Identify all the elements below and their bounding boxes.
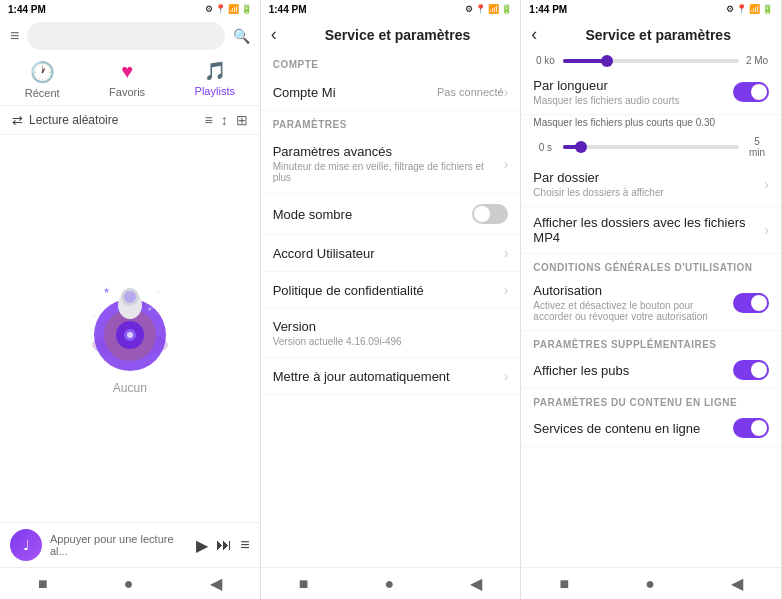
advanced-title: Paramètres avancés: [273, 144, 504, 159]
svg-point-5: [127, 332, 133, 338]
svg-text:+: +: [93, 313, 96, 319]
section-label-supp: PARAMÈTRES SUPPLÉMENTAIRES: [521, 331, 781, 352]
status-icons-p1: ⚙ 📍 📶 🔋: [205, 4, 252, 14]
slider2-thumb[interactable]: [575, 141, 587, 153]
svg-text:★: ★: [147, 306, 152, 312]
autorisation-title: Autorisation: [533, 283, 733, 298]
list-icon[interactable]: ≡: [205, 112, 213, 128]
slider1-right: 2 Mo: [745, 55, 769, 66]
advanced-arrow: ›: [504, 156, 509, 172]
section-label-compte: COMPTE: [261, 51, 521, 74]
panel-music-library: 1:44 PM ⚙ 📍 📶 🔋 ≡ 🔍 🕐 Récent ♥ Favoris 🎵…: [0, 0, 261, 599]
player-note-icon: ♩: [10, 529, 42, 561]
dossier-arrow: ›: [764, 176, 769, 192]
queue-button[interactable]: ≡: [240, 536, 249, 554]
autorisation-subtitle: Activez et désactivez le bouton pour acc…: [533, 300, 733, 322]
compte-mi-status: Pas connecté: [437, 86, 504, 98]
slider2-left: 0 s: [533, 142, 557, 153]
status-time-p3: 1:44 PM: [529, 4, 567, 15]
nav-stop-p3[interactable]: ■: [559, 575, 569, 593]
dossier-title: Par dossier: [533, 170, 764, 185]
darkmode-title: Mode sombre: [273, 207, 473, 222]
next-button[interactable]: ⏭: [216, 536, 232, 554]
filter-item-contenu[interactable]: Services de contenu en ligne: [521, 410, 781, 447]
tab-favorites[interactable]: ♥ Favoris: [109, 60, 145, 99]
slider1-track[interactable]: [563, 59, 739, 63]
nav-home-p1[interactable]: ●: [124, 575, 134, 593]
view-controls: ≡ ↕ ⊞: [205, 112, 248, 128]
nav-back-p2[interactable]: ◀: [470, 574, 482, 593]
svg-point-8: [124, 291, 136, 303]
contenu-title: Services de contenu en ligne: [533, 421, 733, 436]
privacy-arrow: ›: [504, 282, 509, 298]
status-time-p2: 1:44 PM: [269, 4, 307, 15]
back-button-p3[interactable]: ‹: [531, 24, 537, 45]
settings-scroll: COMPTE Compte Mi Pas connecté › PARAMÈTR…: [261, 51, 521, 567]
status-bar-p1: 1:44 PM ⚙ 📍 📶 🔋: [0, 0, 260, 18]
nav-back-p1[interactable]: ◀: [210, 574, 222, 593]
accord-arrow: ›: [504, 245, 509, 261]
search-bar[interactable]: [27, 22, 224, 50]
filter1-label: Masquer les fichiers plus courts que 0.3…: [521, 115, 781, 132]
advanced-subtitle: Minuteur de mise en veille, filtrage de …: [273, 161, 504, 183]
settings-item-compte-mi[interactable]: Compte Mi Pas connecté ›: [261, 74, 521, 111]
section-label-params: PARAMÈTRES: [261, 111, 521, 134]
player-controls: ▶ ⏭ ≡: [196, 536, 249, 555]
filter-item-longueur[interactable]: Par longueur Masquer les fichiers audio …: [521, 70, 781, 115]
section-label-online: PARAMÈTRES DU CONTENU EN LIGNE: [521, 389, 781, 410]
filter-item-autorisation[interactable]: Autorisation Activez et désactivez le bo…: [521, 275, 781, 331]
autorisation-toggle[interactable]: [733, 293, 769, 313]
longueur-toggle[interactable]: [733, 82, 769, 102]
autoupdate-title: Mettre à jour automatiquement: [273, 369, 504, 384]
tabs-row: 🕐 Récent ♥ Favoris 🎵 Playlists: [0, 54, 260, 106]
privacy-title: Politique de confidentialité: [273, 283, 504, 298]
back-button-p2[interactable]: ‹: [271, 24, 277, 45]
slider1-thumb[interactable]: [601, 55, 613, 67]
search-icon[interactable]: 🔍: [233, 28, 250, 44]
filter-item-mp4[interactable]: Afficher les dossiers avec les fichiers …: [521, 207, 781, 254]
nav-stop-p1[interactable]: ■: [38, 575, 48, 593]
mini-player[interactable]: ♩ Appuyer pour une lecture al... ▶ ⏭ ≡: [0, 522, 260, 567]
pubs-toggle[interactable]: [733, 360, 769, 380]
mp4-title: Afficher les dossiers avec les fichiers …: [533, 215, 764, 245]
status-bar-p2: 1:44 PM ⚙ 📍 📶 🔋: [261, 0, 521, 18]
main-content: ★ ★ + + Aucun: [0, 135, 260, 522]
tab-recent[interactable]: 🕐 Récent: [25, 60, 60, 99]
slider2-track[interactable]: [563, 145, 739, 149]
search-header: ≡ 🔍: [0, 18, 260, 54]
tab-playlists[interactable]: 🎵 Playlists: [195, 60, 235, 99]
settings-item-privacy[interactable]: Politique de confidentialité ›: [261, 272, 521, 309]
nav-home-p3[interactable]: ●: [645, 575, 655, 593]
version-title: Version: [273, 319, 509, 334]
longueur-title: Par longueur: [533, 78, 733, 93]
version-subtitle: Version actuelle 4.16.09i-496: [273, 336, 509, 347]
settings-item-accord[interactable]: Accord Utilisateur ›: [261, 235, 521, 272]
filter-icon[interactable]: ≡: [10, 27, 19, 45]
settings-item-darkmode[interactable]: Mode sombre: [261, 194, 521, 235]
sort-icon[interactable]: ↕: [221, 112, 228, 128]
slider2-right: 5 min: [745, 136, 769, 158]
settings-title-p2: Service et paramètres: [285, 27, 511, 43]
settings-header: ‹ Service et paramètres: [261, 18, 521, 51]
accord-title: Accord Utilisateur: [273, 246, 504, 261]
nav-back-p3[interactable]: ◀: [731, 574, 743, 593]
nav-bar-p3: ■ ● ◀: [521, 567, 781, 599]
filter-scroll: 0 ko 2 Mo Par longueur Masquer les fichi…: [521, 51, 781, 567]
darkmode-toggle[interactable]: [472, 204, 508, 224]
filter-settings-header: ‹ Service et paramètres: [521, 18, 781, 51]
status-bar-p3: 1:44 PM ⚙ 📍 📶 🔋: [521, 0, 781, 18]
nav-stop-p2[interactable]: ■: [299, 575, 309, 593]
longueur-subtitle: Masquer les fichiers audio courts: [533, 95, 733, 106]
filter-item-dossier[interactable]: Par dossier Choisir les dossiers à affic…: [521, 162, 781, 207]
contenu-toggle[interactable]: [733, 418, 769, 438]
item-title-compte-mi: Compte Mi: [273, 85, 437, 100]
grid-icon[interactable]: ⊞: [236, 112, 248, 128]
play-button[interactable]: ▶: [196, 536, 208, 555]
settings-item-advanced[interactable]: Paramètres avancés Minuteur de mise en v…: [261, 134, 521, 194]
filter-item-pubs[interactable]: Afficher les pubs: [521, 352, 781, 389]
settings-item-autoupdate[interactable]: Mettre à jour automatiquement ›: [261, 358, 521, 395]
status-time-p1: 1:44 PM: [8, 4, 46, 15]
nav-home-p2[interactable]: ●: [385, 575, 395, 593]
shuffle-row: ⇄ Lecture aléatoire ≡ ↕ ⊞: [0, 106, 260, 135]
section-label-cgu: CONDITIONS GÉNÉRALES D'UTILISATION: [521, 254, 781, 275]
